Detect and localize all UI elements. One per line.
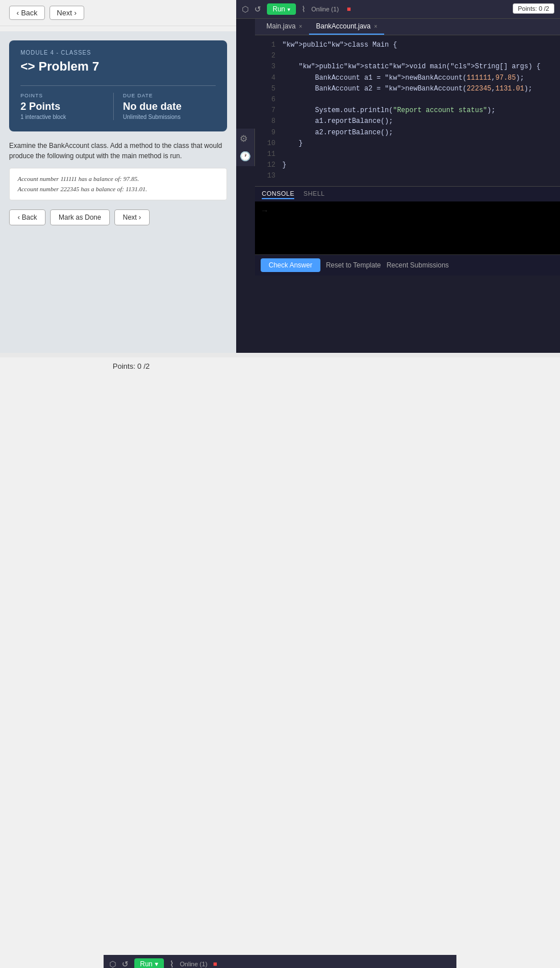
bottom-run-label: Run	[140, 960, 153, 968]
ide-bottom-bar: Check Answer Reset to Template Recent Su…	[255, 254, 560, 275]
bottom-back-button[interactable]: ‹ Back	[9, 209, 46, 225]
due-label: DUE DATE	[123, 93, 216, 98]
tab-main-label: Main.java	[266, 22, 295, 30]
console-output: →	[255, 201, 560, 254]
bottom-run-chevron: ▾	[155, 960, 158, 968]
run-button[interactable]: Run ▾	[267, 3, 296, 15]
bottom-wifi-icon: ⌇	[170, 959, 174, 969]
recent-submissions-button[interactable]: Recent Submissions	[386, 261, 448, 269]
code-line: 4 BankAccount a1 = "kw">new BankAccount(…	[255, 73, 560, 84]
code-line: 13	[255, 171, 560, 182]
bottom-undo-icon[interactable]: ↺	[122, 959, 129, 968]
bottom-topbar: ⬡ ↺ Run ▾ ⌇ Online (1) ■	[104, 955, 456, 968]
code-line: 1"kw">public "kw">class Main {	[255, 40, 560, 51]
back-button[interactable]: ‹ Back	[9, 6, 45, 20]
console-bg	[255, 201, 560, 254]
bottom-online-status: Online (1)	[180, 961, 207, 967]
top-panel: ‹ Back Next › MODULE 4 - CLASSES <> Prob…	[0, 0, 560, 353]
left-column: MODULE 4 - CLASSES <> Problem 7 POINTS 2…	[0, 31, 236, 353]
tab-bank-close[interactable]: ×	[374, 23, 377, 30]
bottom-copilot-icon: ⬡	[109, 959, 116, 968]
bottom-points-text: Points: 0 /2	[113, 362, 447, 370]
due-sub: Unlimited Submissions	[123, 114, 216, 120]
points-sub: 1 interactive block	[20, 114, 113, 120]
online-status: Online (1)	[311, 6, 339, 13]
wifi-icon: ⌇	[302, 5, 306, 14]
tab-main-close[interactable]: ×	[299, 23, 302, 30]
module-card: MODULE 4 - CLASSES <> Problem 7 POINTS 2…	[9, 40, 227, 131]
bottom-next-button[interactable]: Next ›	[114, 209, 150, 225]
check-answer-button[interactable]: Check Answer	[261, 258, 320, 272]
bottom-panel: Points: 0 /2 ⬡ ↺ Run ▾ ⌇ Online (1) ■ ⚙ …	[0, 357, 560, 968]
code-line: 12}	[255, 160, 560, 171]
copilot-icon: ⬡	[242, 5, 249, 14]
module-divider	[20, 85, 216, 86]
module-meta: POINTS 2 Points 1 interactive block DUE …	[20, 93, 216, 120]
output-line-1: Account number 111111 has a balance of: …	[18, 174, 219, 184]
points-label: POINTS	[20, 93, 113, 98]
tab-bank-label: BankAccount.java	[316, 22, 370, 30]
console-tab[interactable]: CONSOLE	[262, 189, 294, 199]
ide-topbar: ⬡ ↺ Run ▾ ⌇ Online (1) ■ Points: 0 /2	[236, 0, 560, 19]
code-line: 2	[255, 51, 560, 61]
clock-icon[interactable]: 🕐	[240, 151, 251, 162]
bottom-buttons: ‹ Back Mark as Done Next ›	[9, 209, 227, 225]
code-line: 5 BankAccount a2 = "kw">new BankAccount(…	[255, 84, 560, 94]
undo-icon[interactable]: ↺	[254, 5, 261, 14]
module-label: MODULE 4 - CLASSES	[20, 50, 216, 56]
code-editor[interactable]: 1"kw">public "kw">class Main {23 "kw">pu…	[255, 35, 560, 186]
due-col: DUE DATE No due date Unlimited Submissio…	[113, 93, 216, 120]
code-line: 6	[255, 94, 560, 105]
ide-panel: ⬡ ↺ Run ▾ ⌇ Online (1) ■ Points: 0 /2 ⚙ …	[236, 0, 560, 353]
problem-description: Examine the BankAccount class. Add a met…	[9, 141, 227, 161]
output-line-2: Account number 222345 has a balance of: …	[18, 184, 219, 195]
tab-main-java[interactable]: Main.java ×	[260, 19, 309, 35]
shell-tab[interactable]: SHELL	[303, 189, 324, 199]
bottom-points: Points: 0 /2	[104, 357, 456, 955]
points-value: 2 Points	[20, 101, 113, 113]
points-display: Points: 0 /2	[513, 3, 554, 14]
mark-as-done-button[interactable]: Mark as Done	[50, 209, 110, 225]
code-line: 10 }	[255, 138, 560, 149]
expected-output: Account number 111111 has a balance of: …	[9, 168, 227, 200]
code-line: 3 "kw">public "kw">static "kw">void main…	[255, 61, 560, 72]
settings-icon[interactable]: ⚙	[240, 133, 251, 144]
console-tabs: CONSOLE SHELL	[255, 186, 560, 201]
run-label: Run	[273, 5, 285, 13]
bottom-run-button[interactable]: Run ▾	[134, 958, 164, 968]
code-line: 9 a2.reportBalance();	[255, 127, 560, 138]
next-button[interactable]: Next ›	[50, 6, 84, 20]
code-line: 8 a1.reportBalance();	[255, 116, 560, 127]
due-value: No due date	[123, 101, 216, 113]
code-line: 11	[255, 149, 560, 160]
tab-bankaccount-java[interactable]: BankAccount.java ×	[309, 19, 384, 35]
points-col: POINTS 2 Points 1 interactive block	[20, 93, 113, 120]
code-line: 7 System.out.println("Report account sta…	[255, 105, 560, 116]
module-title: <> Problem 7	[20, 59, 216, 74]
bottom-user-avatar: ■	[213, 960, 217, 968]
run-chevron-icon: ▾	[287, 6, 290, 13]
user-avatar: ■	[347, 5, 351, 13]
reset-template-button[interactable]: Reset to Template	[326, 261, 381, 269]
bottom-ide: Points: 0 /2 ⬡ ↺ Run ▾ ⌇ Online (1) ■ ⚙ …	[104, 357, 456, 968]
console-area: CONSOLE SHELL →	[255, 186, 560, 254]
ide-tabs: Main.java × BankAccount.java ×	[255, 19, 560, 35]
